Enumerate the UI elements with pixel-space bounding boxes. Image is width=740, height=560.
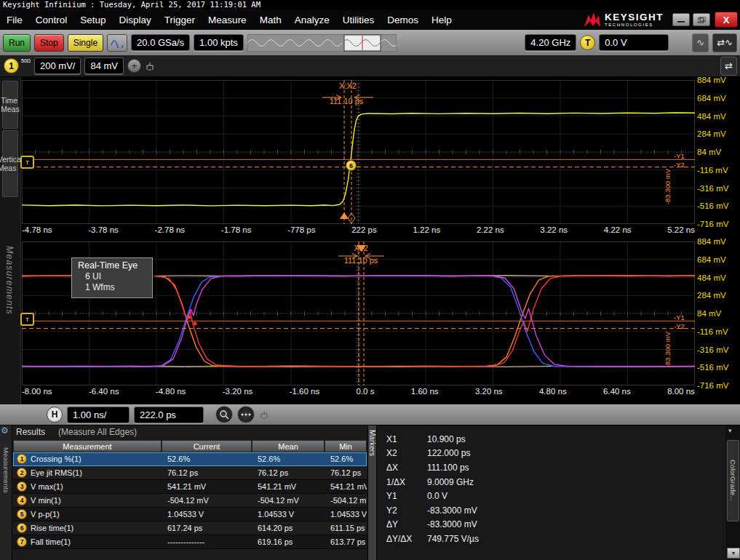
scroll-down-button[interactable]: ▾ bbox=[727, 548, 740, 559]
zoom-button[interactable] bbox=[215, 406, 233, 423]
timebase-strip[interactable] bbox=[247, 34, 397, 52]
col-mean[interactable]: Mean bbox=[252, 440, 325, 452]
touch-button[interactable]: ⇄ bbox=[720, 57, 737, 76]
trigger-badge[interactable]: T bbox=[580, 35, 595, 50]
menu-item[interactable]: Math bbox=[253, 15, 288, 25]
dots-icon bbox=[241, 412, 251, 417]
channel-bar: 1 50Ω 200 mV/ 84 mV + ⇄ bbox=[0, 55, 740, 77]
tab-vertical-meas[interactable]: Vertical Meas bbox=[2, 130, 18, 197]
measurement-name: V p-p(1) bbox=[31, 510, 60, 519]
add-channel-button[interactable]: + bbox=[127, 59, 141, 73]
y2-marker-label[interactable]: -Y2 bbox=[674, 322, 685, 330]
y-tick-label: -716 mV bbox=[697, 380, 728, 391]
results-row[interactable]: 2Eye jit RMS(1)76.12 ps76.12 ps76.12 ps bbox=[13, 466, 367, 480]
brand-logo: KEYSIGHT TECHNOLOGIES bbox=[584, 12, 664, 28]
sample-rate-field[interactable]: 20.0 GSa/s bbox=[131, 34, 190, 51]
probe-icon[interactable] bbox=[259, 409, 269, 420]
swap-arrows-icon: ⇄ bbox=[717, 37, 725, 48]
marker-value: 9.0009 GHz bbox=[427, 477, 474, 487]
scroll-up-icon[interactable]: ▾ bbox=[728, 427, 732, 434]
marker-label: X1 bbox=[386, 434, 427, 444]
display-options-button[interactable] bbox=[237, 406, 255, 423]
channel-ground-marker[interactable]: T bbox=[20, 156, 34, 169]
y-level-readout: -83.300 mV bbox=[664, 169, 672, 204]
eye-info-ui: 6 UI bbox=[78, 271, 152, 281]
channel-1-badge[interactable]: 1 bbox=[4, 58, 19, 73]
value-min: 1.04533 V bbox=[325, 508, 367, 521]
value-current: 617.24 ps bbox=[162, 521, 252, 535]
menu-item[interactable]: Utilities bbox=[336, 15, 381, 25]
y-tick-label: 284 mV bbox=[697, 290, 726, 300]
results-row[interactable]: 1Crossing %(1)52.6%52.6%52.6% bbox=[13, 452, 367, 466]
y1-marker-label[interactable]: -Y1 bbox=[674, 152, 685, 160]
results-gutter: ⚙ Measurements bbox=[0, 425, 12, 560]
restore-button[interactable] bbox=[693, 13, 710, 26]
value-current: 541.21 mV bbox=[162, 480, 252, 493]
col-measurement[interactable]: Measurement bbox=[13, 440, 162, 452]
gear-icon[interactable]: ⚙ bbox=[1, 425, 9, 436]
value-mean: 52.6% bbox=[252, 452, 325, 465]
minimize-button[interactable] bbox=[672, 13, 690, 26]
auto-scale-button[interactable]: ⇄∿ bbox=[712, 33, 737, 52]
menu-item[interactable]: Control bbox=[29, 15, 74, 25]
bandwidth-field[interactable]: 4.20 GHz bbox=[525, 34, 576, 51]
y-level-readout: -83.300 mV bbox=[664, 332, 672, 367]
menu-item[interactable]: Analyze bbox=[288, 15, 336, 25]
menu-item[interactable]: Demos bbox=[381, 15, 425, 25]
trigger-level-field[interactable]: 0.0 V bbox=[599, 34, 669, 51]
colorgrade-label: ColorGrade... bbox=[729, 460, 737, 501]
display-settings-button[interactable]: ∿ bbox=[692, 33, 709, 52]
channel-offset-field[interactable]: 84 mV bbox=[84, 57, 124, 74]
x12-marker-label[interactable]: X12 bbox=[343, 244, 379, 252]
wave-icon: ∿ bbox=[696, 37, 704, 48]
menu-items: FileControlSetupDisplayTriggerMeasureMat… bbox=[0, 15, 458, 25]
menu-item[interactable]: Setup bbox=[73, 15, 112, 25]
tab-time-meas[interactable]: Time Meas bbox=[2, 81, 18, 129]
menu-item[interactable]: Measure bbox=[202, 15, 253, 25]
x-tick-label: 8.00 ns bbox=[667, 387, 695, 396]
x-tick-label: 5.22 ns bbox=[667, 225, 695, 234]
run-button[interactable]: Run bbox=[3, 34, 31, 52]
results-row[interactable]: 5V p-p(1)1.04533 V1.04533 V1.04533 V bbox=[13, 508, 367, 521]
value-current: 76.12 ps bbox=[162, 466, 252, 479]
stop-button[interactable]: Stop bbox=[34, 34, 64, 52]
menu-item[interactable]: Display bbox=[113, 15, 158, 25]
menu-item[interactable]: File bbox=[0, 15, 29, 25]
menu-item[interactable]: Help bbox=[425, 15, 458, 25]
channel-scale-field[interactable]: 200 mV/ bbox=[34, 57, 81, 74]
value-current: -------------- bbox=[162, 535, 252, 548]
single-button[interactable]: Single bbox=[68, 34, 103, 52]
acquisition-mode-button[interactable] bbox=[107, 34, 127, 52]
results-row[interactable]: 3V max(1)541.21 mV541.21 mV541.21 mV bbox=[13, 480, 367, 494]
close-button[interactable]: X bbox=[715, 12, 738, 28]
value-min: -504.12 mV bbox=[325, 494, 367, 507]
y2-marker-label[interactable]: -Y2 bbox=[674, 161, 685, 169]
results-row[interactable]: 4V min(1)-504.12 mV-504.12 mV-504.12 mV bbox=[13, 494, 367, 508]
channel-ground-marker[interactable]: T bbox=[20, 313, 34, 326]
menu-item[interactable]: Trigger bbox=[158, 15, 202, 25]
delta-x-readout: 111.10 ps bbox=[332, 256, 390, 265]
memory-depth-field[interactable]: 1.00 kpts bbox=[194, 34, 244, 51]
top-y-axis: 884 mV684 mV484 mV284 mV84 mV-116 mV-316… bbox=[697, 75, 728, 229]
results-row[interactable]: 6Rise time(1)617.24 ps614.20 ps611.15 ps bbox=[13, 521, 367, 535]
col-min[interactable]: Min bbox=[325, 440, 367, 452]
results-rows: 1Crossing %(1)52.6%52.6%52.6%2Eye jit RM… bbox=[13, 452, 367, 549]
y1-marker-label[interactable]: -Y1 bbox=[674, 313, 685, 321]
x-tick-label: -1.60 ns bbox=[290, 387, 320, 396]
brand-name: KEYSIGHT bbox=[605, 12, 664, 23]
brand-sub: TECHNOLOGIES bbox=[605, 23, 664, 27]
keysight-spark-icon bbox=[584, 12, 601, 28]
col-current[interactable]: Current bbox=[162, 440, 252, 452]
marker-row: 1/ΔX9.0009 GHz bbox=[378, 475, 725, 489]
x2-marker-label[interactable]: X:X2 bbox=[330, 81, 366, 90]
measurement-6-marker[interactable]: 6 bbox=[346, 160, 357, 171]
markers-strip[interactable]: Markers bbox=[367, 425, 377, 560]
marker-value: -83.3000 mV bbox=[427, 519, 477, 529]
oscilloscope-app: Keysight Infiniium : Tuesday, April 25, … bbox=[0, 0, 740, 560]
timebase-scale-field[interactable]: 1.00 ns/ bbox=[67, 407, 130, 423]
probe-icon[interactable] bbox=[145, 61, 155, 71]
horizontal-badge[interactable]: H bbox=[47, 407, 63, 423]
timebase-position-field[interactable]: 222.0 ps bbox=[134, 407, 204, 423]
tab-colorgrade[interactable]: ColorGrade... bbox=[727, 440, 739, 521]
results-row[interactable]: 7Fall time(1)--------------619.16 ps613.… bbox=[13, 535, 367, 549]
